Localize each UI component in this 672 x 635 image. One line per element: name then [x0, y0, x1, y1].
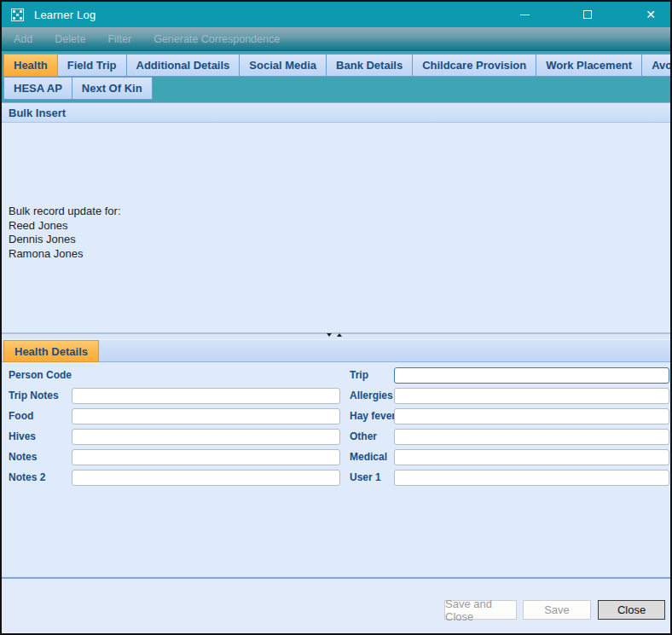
tab-additional-details[interactable]: Additional Details — [127, 54, 240, 77]
form-row: Notes Medical — [2, 449, 670, 465]
tab-row-2: HESA AP Next Of Kin — [3, 77, 153, 100]
window-title: Learner Log — [34, 9, 96, 21]
app-icon — [11, 9, 24, 21]
minimize-button[interactable] — [505, 2, 544, 27]
maximize-icon — [583, 10, 592, 19]
menu-item-filter[interactable]: Filter — [107, 33, 131, 45]
details-tab-strip: Health Details — [2, 339, 670, 362]
medical-input[interactable] — [394, 449, 669, 465]
notes-2-input[interactable] — [72, 470, 340, 486]
tab-work-placement[interactable]: Work Placement — [536, 54, 642, 77]
food-label: Food — [9, 408, 70, 424]
menu-item-add[interactable]: Add — [14, 33, 32, 45]
tab-hesa-ap[interactable]: HESA AP — [3, 77, 72, 100]
trip-notes-input[interactable] — [72, 388, 340, 404]
bulk-insert-panel: Bulk Insert Bulk record update for: Reed… — [2, 102, 670, 332]
form-row: Trip Notes Allergies — [2, 388, 670, 404]
footer-bar: Save and Close Save Close — [2, 579, 670, 633]
form-row: Notes 2 User 1 — [2, 470, 670, 486]
title-bar: Learner Log ✕ — [2, 2, 670, 27]
food-input[interactable] — [72, 408, 340, 424]
hives-input[interactable] — [72, 429, 340, 445]
close-dialog-button[interactable]: Close — [598, 600, 665, 620]
form-row: Hives Other — [2, 429, 670, 445]
health-details-form: Person Code Trip Trip Notes Allergies Fo… — [2, 362, 670, 577]
save-button[interactable]: Save — [523, 600, 591, 620]
user-1-label: User 1 — [350, 470, 392, 486]
notes-input[interactable] — [72, 449, 340, 465]
splitter-collapse-icons[interactable] — [327, 333, 342, 337]
tab-strip: Health Field Trip Additional Details Soc… — [2, 51, 670, 102]
other-label: Other — [350, 429, 392, 445]
person-code-label: Person Code — [9, 367, 70, 384]
bulk-learner-name: Ramona Jones — [9, 247, 663, 262]
close-icon: ✕ — [646, 9, 656, 20]
tab-field-trip[interactable]: Field Trip — [58, 54, 127, 77]
form-row: Food Hay fever — [2, 408, 670, 424]
tab-health-details[interactable]: Health Details — [3, 340, 99, 362]
trip-notes-label: Trip Notes — [9, 388, 70, 404]
hay-fever-input[interactable] — [394, 408, 669, 424]
menu-toolbar: Add Delete Filter Generate Correspondenc… — [2, 27, 670, 51]
menu-item-delete[interactable]: Delete — [55, 33, 85, 45]
tab-bank-details[interactable]: Bank Details — [327, 54, 413, 77]
bulk-learner-name: Reed Jones — [9, 219, 663, 234]
close-button[interactable]: ✕ — [631, 2, 670, 27]
maximize-button[interactable] — [568, 2, 607, 27]
chevron-down-icon — [327, 333, 332, 337]
window-controls: ✕ — [481, 2, 670, 27]
form-row: Person Code Trip — [2, 367, 670, 384]
user-1-input[interactable] — [394, 470, 669, 486]
save-and-close-button[interactable]: Save and Close — [444, 600, 517, 620]
bulk-learner-name: Dennis Jones — [9, 233, 663, 247]
panel-splitter[interactable] — [2, 332, 670, 339]
notes-2-label: Notes 2 — [9, 470, 70, 486]
bulk-insert-header: Bulk Insert — [2, 103, 670, 123]
chevron-up-icon — [337, 333, 342, 337]
tab-avocation[interactable]: Avocation — [642, 54, 672, 77]
learner-log-window: Learner Log ✕ Add Delete Filter Generate… — [0, 0, 672, 635]
bulk-insert-content: Bulk record update for: Reed Jones Denni… — [2, 123, 670, 261]
bulk-record-update-text: Bulk record update for: — [9, 205, 663, 219]
hives-label: Hives — [9, 429, 70, 445]
trip-label: Trip — [350, 367, 392, 384]
other-input[interactable] — [394, 429, 669, 445]
minimize-icon — [520, 14, 530, 15]
tab-next-of-kin[interactable]: Next Of Kin — [72, 77, 153, 100]
medical-label: Medical — [350, 449, 392, 465]
tab-social-media[interactable]: Social Media — [240, 54, 327, 77]
tab-row-1: Health Field Trip Additional Details Soc… — [3, 54, 672, 77]
trip-input[interactable] — [394, 367, 669, 384]
allergies-input[interactable] — [394, 388, 669, 404]
allergies-label: Allergies — [350, 388, 392, 404]
notes-label: Notes — [9, 449, 70, 465]
hay-fever-label: Hay fever — [350, 408, 392, 424]
tab-childcare-provision[interactable]: Childcare Provision — [413, 54, 536, 77]
tab-health[interactable]: Health — [3, 54, 58, 77]
menu-item-generate-correspondence[interactable]: Generate Correspondence — [154, 33, 280, 45]
